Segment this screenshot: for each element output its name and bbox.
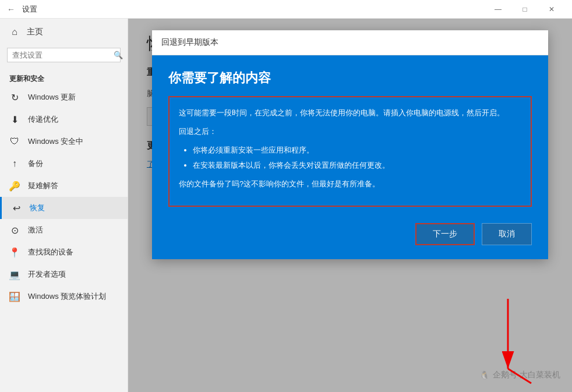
sidebar-item-label: 传递优化 [28, 114, 58, 125]
modal-text-after: 回退之后： [179, 125, 521, 138]
recovery-icon: ↩ [11, 203, 22, 213]
sidebar-item-label: Windows 安全中 [28, 136, 83, 147]
modal-title: 你需要了解的内容 [168, 69, 532, 87]
sidebar-item-label: 备份 [28, 158, 43, 169]
content-area: 恢复 重置此电脑 脑。 立即重新启动 更多恢复选项 了解如何进行 Windows… [128, 19, 572, 392]
modal-text-files: 你的文件备份了吗?这不影响你的文件，但最好是有所准备。 [179, 178, 521, 190]
update-icon: ↻ [9, 92, 20, 103]
sidebar-item-recovery[interactable]: ↩ 恢复 [0, 197, 128, 219]
sidebar-item-windows-update[interactable]: ↻ Windows 更新 [0, 86, 128, 108]
modal-overlay: 回退到早期版本 你需要了解的内容 这可能需要一段时间，在完成之前，你将无法使用你… [128, 19, 572, 392]
home-icon: ⌂ [9, 27, 20, 37]
settings-window: ← 设置 — □ ✕ ⌂ 主页 🔍 更新和安全 ↻ [0, 0, 572, 392]
sidebar-item-backup[interactable]: ↑ 备份 [0, 153, 128, 175]
sidebar-home-label: 主页 [27, 27, 43, 37]
cancel-button[interactable]: 取消 [482, 223, 532, 245]
maximize-button[interactable]: □ [511, 0, 538, 19]
search-input[interactable] [12, 51, 110, 59]
sidebar-search-container: 🔍 [7, 48, 121, 62]
window-controls: — □ ✕ [485, 0, 565, 19]
close-button[interactable]: ✕ [538, 0, 565, 19]
sidebar-item-security[interactable]: 🛡 Windows 安全中 [0, 130, 128, 153]
modal-text-list: 你将必须重新安装一些应用和程序。 在安装最新版本以后，你将会丢失对设置所做的任何… [179, 144, 521, 172]
sidebar-item-delivery[interactable]: ⬇ 传递优化 [0, 108, 128, 130]
modal-dialog: 回退到早期版本 你需要了解的内容 这可能需要一段时间，在完成之前，你将无法使用你… [152, 30, 548, 259]
back-button[interactable]: ← [7, 5, 15, 14]
security-icon: 🛡 [9, 136, 20, 147]
minimize-button[interactable]: — [485, 0, 511, 19]
sidebar-item-label: Windows 更新 [28, 92, 76, 103]
troubleshoot-icon: 🔑 [9, 181, 20, 191]
delivery-icon: ⬇ [9, 114, 20, 125]
modal-body: 你需要了解的内容 这可能需要一段时间，在完成之前，你将无法使用你的电脑。请插入你… [152, 55, 548, 259]
sidebar-home[interactable]: ⌂ 主页 [0, 19, 128, 45]
find-device-icon: 📍 [9, 247, 20, 257]
sidebar-item-developer[interactable]: 💻 开发者选项 [0, 263, 128, 285]
modal-header: 回退到早期版本 [152, 30, 548, 55]
sidebar-item-label: 恢复 [30, 203, 45, 213]
sidebar-item-label: 激活 [28, 225, 43, 235]
sidebar: ⌂ 主页 🔍 更新和安全 ↻ Windows 更新 ⬇ 传递优化 🛡 Wind [0, 19, 128, 392]
developer-icon: 💻 [9, 269, 20, 280]
sidebar-item-activation[interactable]: ⊙ 激活 [0, 219, 128, 241]
next-button[interactable]: 下一步 [415, 223, 475, 245]
search-icon: 🔍 [114, 51, 123, 59]
sidebar-item-troubleshoot[interactable]: 🔑 疑难解答 [0, 175, 128, 197]
title-bar: ← 设置 — □ ✕ [0, 0, 572, 19]
modal-text-intro: 这可能需要一段时间，在完成之前，你将无法使用你的电脑。请插入你电脑的电源线，然后… [179, 107, 521, 119]
modal-content-box: 这可能需要一段时间，在完成之前，你将无法使用你的电脑。请插入你电脑的电源线，然后… [168, 96, 532, 207]
sidebar-item-label: Windows 预览体验计划 [28, 291, 106, 302]
main-layout: ⌂ 主页 🔍 更新和安全 ↻ Windows 更新 ⬇ 传递优化 🛡 Wind [0, 19, 572, 392]
activation-icon: ⊙ [9, 225, 20, 235]
modal-footer: 下一步 取消 [168, 218, 532, 245]
sidebar-item-find-device[interactable]: 📍 查找我的设备 [0, 241, 128, 263]
title-bar-left: ← 设置 [7, 4, 37, 15]
sidebar-item-label: 开发者选项 [28, 269, 66, 280]
sidebar-item-insider[interactable]: 🪟 Windows 预览体验计划 [0, 285, 128, 308]
sidebar-item-label: 查找我的设备 [28, 247, 73, 257]
sidebar-section-title: 更新和安全 [0, 69, 128, 86]
sidebar-item-label: 疑难解答 [28, 181, 58, 191]
insider-icon: 🪟 [9, 291, 20, 302]
backup-icon: ↑ [9, 158, 20, 169]
window-title: 设置 [22, 4, 37, 15]
